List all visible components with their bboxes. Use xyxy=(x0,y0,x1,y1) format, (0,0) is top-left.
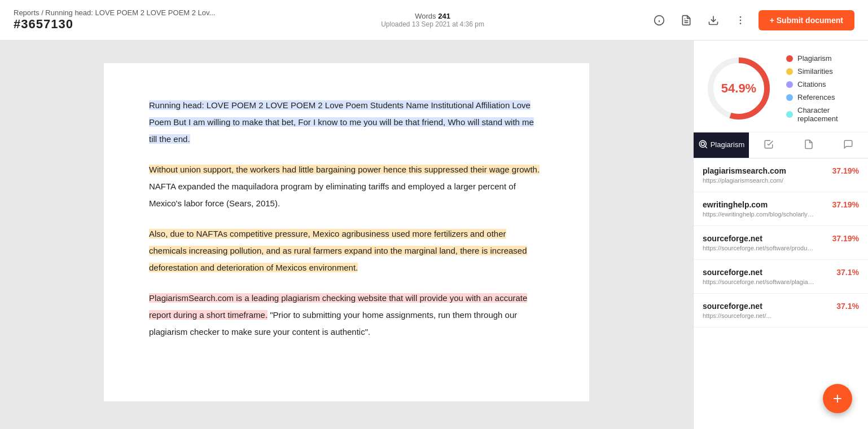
header-center: Words 241 Uploaded 13 Sep 2021 at 4:36 p… xyxy=(381,12,484,28)
legend-item-references: References xyxy=(786,93,857,101)
svg-point-6 xyxy=(739,16,741,17)
pdf-button[interactable] xyxy=(677,11,695,29)
source-pct-4: 37.1% xyxy=(836,302,859,311)
info-button[interactable] xyxy=(650,11,668,29)
pages-tab-icon xyxy=(804,139,814,149)
legend: Plagiarism Similarities Citations Refere… xyxy=(786,54,857,123)
source-info-1: ewritinghelp.com https://ewritinghelp.co… xyxy=(703,200,828,218)
document-id: #3657130 xyxy=(14,17,215,32)
legend-dot-citations xyxy=(786,81,793,88)
source-url-4: https://sourceforge.net/... xyxy=(703,312,816,319)
tab-sources[interactable] xyxy=(749,132,788,158)
score-label: 54.9% xyxy=(721,81,756,96)
source-url-0: https://plagiarismsearch.com/ xyxy=(703,177,816,184)
upload-info: Uploaded 13 Sep 2021 at 4:36 pm xyxy=(381,20,484,28)
highlighted-text-orange-1: Without union support, the workers had l… xyxy=(149,165,540,174)
tabs-row: Plagiarism xyxy=(694,132,868,158)
source-pct-0: 37.19% xyxy=(832,166,859,175)
paragraph-1: Running head: LOVE POEM 2 LOVE POEM 2 Lo… xyxy=(149,97,544,148)
legend-label-similarities: Similarities xyxy=(797,67,833,76)
source-name-2: sourceforge.net xyxy=(703,234,828,243)
legend-label-references: References xyxy=(797,93,835,101)
tab-pages[interactable] xyxy=(789,132,828,158)
source-pct-3: 37.1% xyxy=(836,268,859,277)
legend-label-plagiarism: Plagiarism xyxy=(797,54,832,63)
paragraph-4: PlagiarismSearch.com is a leading plagia… xyxy=(149,290,544,340)
highlighted-text-orange-2: Also, due to NAFTAs competitive pressure… xyxy=(149,229,527,272)
svg-point-8 xyxy=(739,23,741,24)
source-url-1: https://ewritinghelp.com/blog/scholarly-… xyxy=(703,211,816,218)
info-icon xyxy=(654,15,665,26)
more-icon xyxy=(735,15,746,26)
plagiarism-tab-icon xyxy=(698,139,708,149)
right-panel: 54.9% Plagiarism Similarities Citations xyxy=(693,41,868,429)
more-options-button[interactable] xyxy=(731,11,749,29)
legend-item-citations: Citations xyxy=(786,80,857,89)
comments-tab-icon xyxy=(843,139,853,149)
source-item-4[interactable]: sourceforge.net https://sourceforge.net/… xyxy=(694,294,868,328)
paragraph-3: Also, due to NAFTAs competitive pressure… xyxy=(149,225,544,276)
legend-dot-plagiarism xyxy=(786,55,793,62)
document-area: Running head: LOVE POEM 2 LOVE POEM 2 Lo… xyxy=(0,41,693,429)
source-info-0: plagiarismsearch.com https://plagiarisms… xyxy=(703,166,828,184)
source-url-3: https://sourceforge.net/software/plagiar… xyxy=(703,278,816,285)
breadcrumb: Reports / Running head: LOVE POEM 2 LOVE… xyxy=(14,8,215,17)
tab-comments[interactable] xyxy=(828,132,868,158)
legend-item-plagiarism: Plagiarism xyxy=(786,54,857,63)
words-count: Words 241 xyxy=(415,12,450,20)
legend-dot-similarities xyxy=(786,68,793,75)
source-name-3: sourceforge.net xyxy=(703,268,832,277)
legend-dot-char-replacement xyxy=(786,111,793,118)
main-layout: Running head: LOVE POEM 2 LOVE POEM 2 Lo… xyxy=(0,41,868,429)
svg-point-11 xyxy=(699,140,706,147)
source-item-2[interactable]: sourceforge.net https://sourceforge.net/… xyxy=(694,226,868,260)
source-item-3[interactable]: sourceforge.net https://sourceforge.net/… xyxy=(694,260,868,294)
document-content: Running head: LOVE POEM 2 LOVE POEM 2 Lo… xyxy=(104,63,589,401)
source-item-0[interactable]: plagiarismsearch.com https://plagiarisms… xyxy=(694,158,868,192)
source-info-3: sourceforge.net https://sourceforge.net/… xyxy=(703,268,832,285)
svg-point-12 xyxy=(701,142,704,145)
sources-tab-icon xyxy=(764,139,774,149)
legend-dot-references xyxy=(786,94,793,101)
donut-chart: 54.9% xyxy=(705,55,773,122)
header-left: Reports / Running head: LOVE POEM 2 LOVE… xyxy=(14,8,215,32)
tab-plagiarism[interactable]: Plagiarism xyxy=(694,132,749,158)
legend-item-similarities: Similarities xyxy=(786,67,857,76)
paragraph-2: Without union support, the workers had l… xyxy=(149,161,544,212)
source-info-2: sourceforge.net https://sourceforge.net/… xyxy=(703,234,828,251)
score-section: 54.9% Plagiarism Similarities Citations xyxy=(694,41,868,132)
legend-label-char-replacement: Character replacement xyxy=(797,106,857,123)
legend-label-citations: Citations xyxy=(797,80,826,89)
download-button[interactable] xyxy=(704,11,722,29)
source-item-1[interactable]: ewritinghelp.com https://ewritinghelp.co… xyxy=(694,192,868,226)
submit-document-button[interactable]: + Submit document xyxy=(759,10,854,30)
download-icon xyxy=(708,15,719,26)
source-url-2: https://sourceforge.net/software/product… xyxy=(703,245,816,251)
score-row: 54.9% Plagiarism Similarities Citations xyxy=(705,54,857,123)
pdf-icon xyxy=(681,15,692,26)
source-name-4: sourceforge.net xyxy=(703,302,832,311)
fab-button[interactable]: + xyxy=(823,384,852,413)
svg-point-7 xyxy=(739,19,741,21)
source-name-1: ewritinghelp.com xyxy=(703,200,828,209)
app-header: Reports / Running head: LOVE POEM 2 LOVE… xyxy=(0,0,868,41)
source-name-0: plagiarismsearch.com xyxy=(703,166,828,175)
source-info-4: sourceforge.net https://sourceforge.net/… xyxy=(703,302,832,319)
legend-item-char-replacement: Character replacement xyxy=(786,106,857,123)
header-actions: + Submit document xyxy=(650,10,854,30)
highlighted-text-blue: Running head: LOVE POEM 2 LOVE POEM 2 Lo… xyxy=(149,100,534,144)
source-pct-1: 37.19% xyxy=(832,200,859,209)
source-pct-2: 37.19% xyxy=(832,234,859,243)
